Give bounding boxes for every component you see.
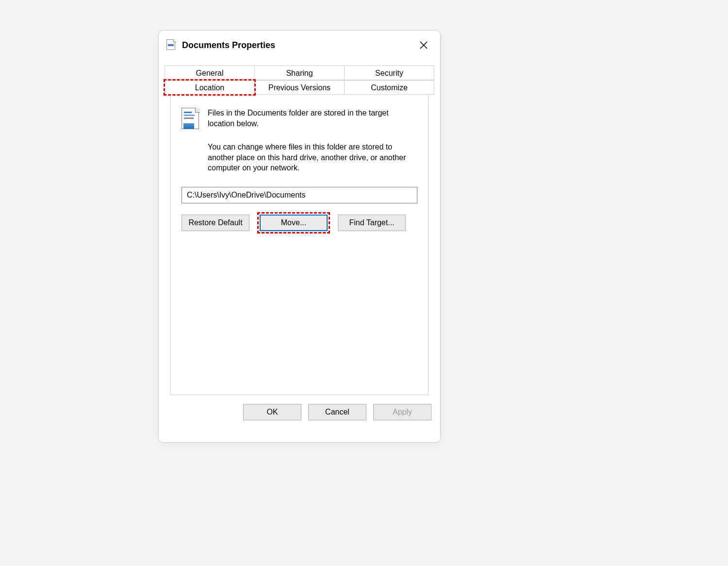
window-title: Documents Properties <box>182 40 414 50</box>
document-page-icon <box>182 108 201 131</box>
tab-location[interactable]: Location <box>165 80 255 95</box>
location-path-input[interactable] <box>182 187 417 203</box>
titlebar: Documents Properties <box>159 31 440 60</box>
tab-customize[interactable]: Customize <box>344 80 434 95</box>
move-button[interactable]: Move... <box>260 215 328 231</box>
tab-panel-location: Files in the Documents folder are stored… <box>170 94 429 395</box>
ok-button[interactable]: OK <box>243 404 301 420</box>
apply-button[interactable]: Apply <box>373 404 431 420</box>
restore-default-button[interactable]: Restore Default <box>182 215 249 231</box>
info-text-secondary: You can change where files in this folde… <box>208 142 417 173</box>
move-highlight: Move... <box>257 212 330 233</box>
tab-general[interactable]: General <box>165 66 255 80</box>
dialog-footer: OK Cancel Apply <box>159 396 440 429</box>
tab-previous-versions[interactable]: Previous Versions <box>254 80 345 95</box>
close-button[interactable] <box>414 35 433 55</box>
properties-dialog: Documents Properties General Sharing Sec… <box>158 30 441 443</box>
tab-security[interactable]: Security <box>344 66 434 80</box>
find-target-button[interactable]: Find Target... <box>338 215 406 231</box>
info-text-primary: Files in the Documents folder are stored… <box>208 108 417 131</box>
tab-sharing[interactable]: Sharing <box>254 66 345 80</box>
cancel-button[interactable]: Cancel <box>308 404 366 420</box>
close-icon <box>419 41 428 50</box>
tab-strip: General Sharing Security Location Previo… <box>159 60 440 396</box>
document-icon <box>166 39 176 51</box>
